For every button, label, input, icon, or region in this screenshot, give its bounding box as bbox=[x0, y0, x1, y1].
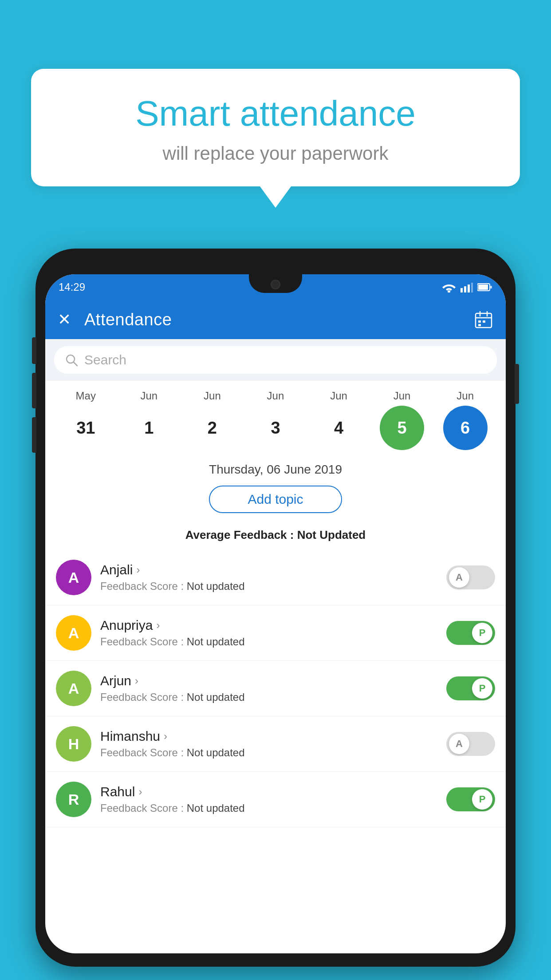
chevron-right-icon: › bbox=[138, 786, 142, 798]
calendar-months: May Jun Jun Jun Jun Jun Jun bbox=[50, 390, 501, 406]
svg-rect-12 bbox=[478, 320, 481, 323]
feedback-value: Not updated bbox=[187, 691, 245, 703]
calendar-days: 31 1 2 3 4 5 6 bbox=[50, 406, 501, 450]
student-feedback: Feedback Score : Not updated bbox=[100, 747, 437, 759]
close-button[interactable]: ✕ bbox=[58, 310, 71, 329]
vol-up-button bbox=[32, 373, 36, 408]
student-name: Himanshu › bbox=[100, 729, 437, 744]
day-4[interactable]: 4 bbox=[317, 406, 361, 450]
attendance-toggle[interactable]: A bbox=[446, 565, 495, 589]
student-name: Anjali › bbox=[100, 562, 437, 577]
month-6: Jun bbox=[443, 390, 488, 402]
add-topic-button[interactable]: Add topic bbox=[209, 486, 342, 513]
toggle-knob: A bbox=[449, 567, 469, 588]
search-bar-container: Search bbox=[45, 339, 506, 381]
student-name: Rahul › bbox=[100, 784, 437, 799]
attendance-toggle[interactable]: P bbox=[446, 676, 495, 700]
student-info: Rahul › Feedback Score : Not updated bbox=[100, 784, 437, 814]
student-avatar: A bbox=[56, 671, 91, 706]
day-1[interactable]: 1 bbox=[127, 406, 171, 450]
day-6[interactable]: 6 bbox=[443, 406, 488, 450]
avg-feedback: Average Feedback : Not Updated bbox=[45, 528, 506, 550]
svg-rect-4 bbox=[471, 283, 473, 292]
avg-feedback-label: Average Feedback : bbox=[185, 528, 294, 541]
student-item[interactable]: R Rahul › Feedback Score : Not updated P bbox=[45, 772, 506, 827]
calendar-section: May Jun Jun Jun Jun Jun Jun 31 1 2 3 4 5… bbox=[45, 381, 506, 454]
student-name: Arjun › bbox=[100, 673, 437, 688]
toggle-knob: A bbox=[449, 734, 469, 754]
student-feedback: Feedback Score : Not updated bbox=[100, 636, 437, 648]
month-2: Jun bbox=[190, 390, 234, 402]
student-item[interactable]: A Anjali › Feedback Score : Not updated … bbox=[45, 550, 506, 605]
student-info: Himanshu › Feedback Score : Not updated bbox=[100, 729, 437, 759]
student-avatar: H bbox=[56, 726, 91, 762]
phone-notch bbox=[249, 274, 302, 293]
student-item[interactable]: A Anupriya › Feedback Score : Not update… bbox=[45, 605, 506, 661]
svg-rect-1 bbox=[460, 288, 463, 292]
student-info: Anjali › Feedback Score : Not updated bbox=[100, 562, 437, 593]
chevron-right-icon: › bbox=[164, 730, 167, 743]
student-info: Anupriya › Feedback Score : Not updated bbox=[100, 618, 437, 648]
chevron-right-icon: › bbox=[135, 675, 138, 687]
search-placeholder: Search bbox=[84, 352, 126, 368]
search-bar[interactable]: Search bbox=[54, 346, 497, 374]
app-bar-title: Attendance bbox=[84, 310, 474, 329]
app-bar: ✕ Attendance bbox=[45, 300, 506, 339]
phone-frame: 14:29 bbox=[35, 249, 516, 967]
student-avatar: R bbox=[56, 782, 91, 817]
month-1: Jun bbox=[127, 390, 171, 402]
chevron-right-icon: › bbox=[136, 564, 140, 576]
chevron-right-icon: › bbox=[156, 619, 160, 632]
student-item[interactable]: H Himanshu › Feedback Score : Not update… bbox=[45, 716, 506, 772]
attendance-toggle[interactable]: P bbox=[446, 787, 495, 811]
calendar-icon[interactable] bbox=[474, 310, 493, 329]
student-name: Anupriya › bbox=[100, 618, 437, 633]
date-label: Thursday, 06 June 2019 bbox=[45, 454, 506, 481]
vol-mute-button bbox=[32, 337, 36, 364]
month-4: Jun bbox=[317, 390, 361, 402]
day-31[interactable]: 31 bbox=[63, 406, 108, 450]
power-button bbox=[515, 364, 519, 404]
battery-icon bbox=[477, 283, 492, 292]
wifi-icon bbox=[442, 282, 456, 292]
status-time: 14:29 bbox=[59, 281, 85, 293]
svg-rect-3 bbox=[468, 285, 470, 292]
svg-rect-6 bbox=[478, 285, 488, 290]
student-avatar: A bbox=[56, 615, 91, 651]
students-list: A Anjali › Feedback Score : Not updated … bbox=[45, 550, 506, 827]
status-icons bbox=[442, 282, 492, 292]
toggle-knob: P bbox=[472, 623, 492, 643]
svg-rect-2 bbox=[464, 286, 466, 292]
signal-icon bbox=[460, 282, 473, 292]
feedback-value: Not updated bbox=[187, 747, 245, 759]
attendance-toggle[interactable]: P bbox=[446, 621, 495, 645]
month-5: Jun bbox=[380, 390, 424, 402]
student-feedback: Feedback Score : Not updated bbox=[100, 580, 437, 593]
day-3[interactable]: 3 bbox=[253, 406, 298, 450]
svg-rect-7 bbox=[490, 286, 492, 288]
svg-rect-13 bbox=[483, 320, 485, 323]
student-info: Arjun › Feedback Score : Not updated bbox=[100, 673, 437, 703]
phone-screen: 14:29 bbox=[45, 274, 506, 953]
student-feedback: Feedback Score : Not updated bbox=[100, 691, 437, 703]
feedback-value: Not updated bbox=[187, 636, 245, 648]
svg-line-16 bbox=[74, 362, 77, 366]
student-feedback: Feedback Score : Not updated bbox=[100, 802, 437, 814]
day-5[interactable]: 5 bbox=[380, 406, 424, 450]
search-icon bbox=[65, 353, 78, 367]
student-item[interactable]: A Arjun › Feedback Score : Not updated P bbox=[45, 661, 506, 716]
add-topic-section: Add topic bbox=[45, 486, 506, 528]
day-2[interactable]: 2 bbox=[190, 406, 234, 450]
camera bbox=[271, 280, 280, 289]
svg-rect-14 bbox=[478, 324, 481, 326]
speech-bubble-headline: Smart attendance bbox=[58, 93, 493, 134]
speech-bubble: Smart attendance will replace your paper… bbox=[31, 69, 520, 186]
speech-bubble-container: Smart attendance will replace your paper… bbox=[31, 69, 520, 186]
attendance-toggle[interactable]: A bbox=[446, 732, 495, 756]
month-3: Jun bbox=[253, 390, 298, 402]
student-avatar: A bbox=[56, 560, 91, 595]
feedback-value: Not updated bbox=[187, 802, 245, 814]
avg-feedback-value: Not Updated bbox=[297, 528, 366, 541]
speech-bubble-subtext: will replace your paperwork bbox=[58, 143, 493, 164]
month-0: May bbox=[63, 390, 108, 402]
